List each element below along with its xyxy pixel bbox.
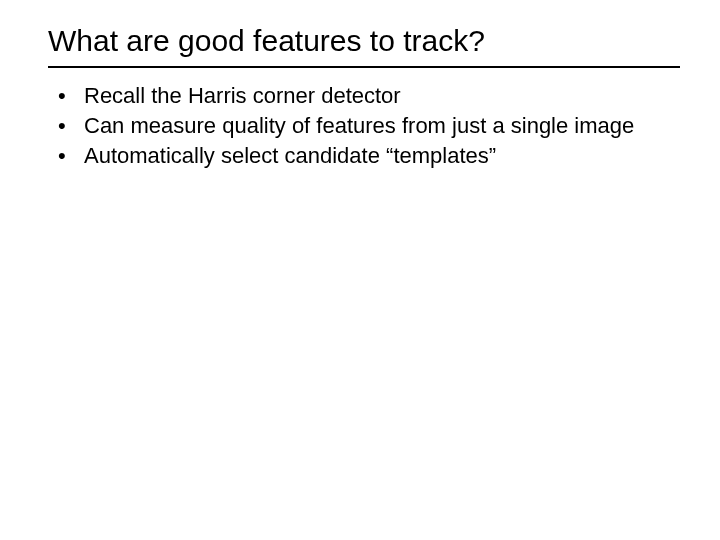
list-item: Automatically select candidate “template… bbox=[76, 142, 680, 170]
list-item: Recall the Harris corner detector bbox=[76, 82, 680, 110]
list-item: Can measure quality of features from jus… bbox=[76, 112, 680, 140]
title-underline bbox=[48, 66, 680, 68]
slide: What are good features to track? Recall … bbox=[0, 0, 720, 170]
bullet-list: Recall the Harris corner detector Can me… bbox=[48, 82, 680, 170]
slide-title: What are good features to track? bbox=[48, 24, 680, 58]
